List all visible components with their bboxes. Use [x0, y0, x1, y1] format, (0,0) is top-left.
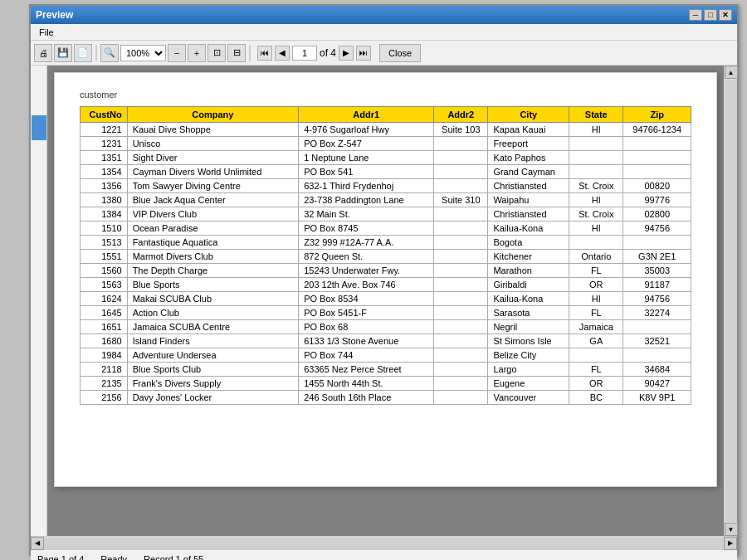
- page-info-label: Page 1 of 4: [37, 554, 84, 561]
- scroll-track[interactable]: [725, 80, 737, 522]
- table-cell: FL: [569, 363, 623, 377]
- table-row: 2118Blue Sports Club63365 Nez Perce Stre…: [81, 363, 691, 377]
- maximize-button[interactable]: □: [704, 9, 717, 21]
- table-cell: Marmot Divers Club: [127, 250, 299, 264]
- table-cell: Largo: [488, 363, 569, 377]
- header-custno: CustNo: [81, 107, 128, 123]
- last-page-button[interactable]: ⏭: [356, 46, 371, 61]
- table-cell: Kailua-Kona: [488, 292, 569, 306]
- page-scroll-area[interactable]: customer CustNo Company Addr1 Addr2 City…: [47, 66, 724, 536]
- content-area: customer CustNo Company Addr1 Addr2 City…: [31, 66, 737, 536]
- table-cell: HI: [569, 123, 623, 137]
- prev-page-button[interactable]: ◀: [275, 46, 290, 61]
- of-pages-label: of 4: [320, 47, 336, 59]
- scroll-up-button[interactable]: ▲: [725, 66, 738, 79]
- table-row: 1624Makai SCUBA ClubPO Box 8534Kailua-Ko…: [81, 292, 691, 306]
- table-cell: 1351: [81, 151, 128, 165]
- zoom-in-glass-button[interactable]: 🔍: [100, 44, 119, 62]
- table-row: 1351Sight Diver1 Neptune LaneKato Paphos: [81, 151, 691, 165]
- table-cell: OR: [569, 278, 623, 292]
- table-cell: 32521: [623, 334, 691, 348]
- table-cell: PO Box 744: [299, 348, 434, 363]
- table-cell: 1651: [81, 320, 128, 334]
- table-row: 1645Action ClubPO Box 5451-FSarasotaFL32…: [81, 306, 691, 320]
- table-cell: 1380: [81, 193, 128, 207]
- table-cell: 00820: [623, 179, 691, 193]
- minimize-button[interactable]: ─: [689, 9, 702, 21]
- scroll-left-button[interactable]: ◀: [31, 537, 44, 550]
- report-title: customer: [80, 90, 691, 100]
- customer-table: CustNo Company Addr1 Addr2 City State Zi…: [80, 106, 691, 405]
- table-cell: HI: [569, 292, 623, 306]
- record-status: Record 1 of 55: [144, 554, 203, 561]
- table-cell: 1513: [81, 236, 128, 250]
- scroll-down-button[interactable]: ▼: [725, 523, 738, 536]
- table-cell: [569, 165, 623, 179]
- fit-page-button[interactable]: ⊟: [227, 44, 246, 62]
- menu-file[interactable]: File: [34, 26, 59, 39]
- table-cell: Unisco: [127, 137, 299, 151]
- table-row: 2135Frank's Divers Supply1455 North 44th…: [81, 377, 691, 391]
- table-cell: [434, 151, 488, 165]
- first-page-button[interactable]: ⏮: [257, 46, 272, 61]
- table-cell: 63365 Nez Perce Street: [299, 363, 434, 377]
- statusbar: Page 1 of 4 Ready Record 1 of 55: [31, 549, 737, 560]
- table-cell: [434, 320, 488, 334]
- table-cell: 1356: [81, 179, 128, 193]
- table-cell: Sight Diver: [127, 151, 299, 165]
- table-cell: [623, 348, 691, 363]
- table-cell: 32274: [623, 306, 691, 320]
- table-cell: PO Box 8745: [299, 222, 434, 236]
- print-button[interactable]: 🖨: [34, 44, 52, 62]
- table-cell: Frank's Divers Supply: [127, 377, 299, 391]
- zoom-out-button[interactable]: −: [168, 44, 186, 62]
- table-row: 1651Jamaica SCUBA CentrePO Box 68NegrilJ…: [81, 320, 691, 334]
- menubar: File: [31, 24, 737, 41]
- table-cell: Makai SCUBA Club: [127, 292, 299, 306]
- table-cell: [434, 377, 488, 391]
- table-cell: [434, 222, 488, 236]
- table-cell: St. Croix: [569, 207, 623, 222]
- table-cell: [434, 391, 488, 405]
- table-cell: 246 South 16th Place: [299, 391, 434, 405]
- table-cell: [434, 278, 488, 292]
- save-button[interactable]: 💾: [54, 44, 72, 62]
- table-cell: 34684: [623, 363, 691, 377]
- table-cell: [569, 236, 623, 250]
- table-cell: 94756: [623, 292, 691, 306]
- page-number-input[interactable]: [292, 46, 317, 61]
- close-window-button[interactable]: ✕: [719, 9, 732, 21]
- table-cell: Action Club: [127, 306, 299, 320]
- fit-width-button[interactable]: ⊡: [208, 44, 226, 62]
- window-controls: ─ □ ✕: [689, 9, 732, 21]
- table-cell: Marathon: [488, 264, 569, 278]
- table-cell: [434, 292, 488, 306]
- table-cell: FL: [569, 264, 623, 278]
- table-cell: 99776: [623, 193, 691, 207]
- table-cell: Kitchener: [488, 250, 569, 264]
- copy-button[interactable]: 📄: [74, 44, 92, 62]
- window-title: Preview: [36, 9, 73, 21]
- next-page-button[interactable]: ▶: [339, 46, 354, 61]
- table-cell: PO Box 541: [299, 165, 434, 179]
- table-cell: Bogota: [488, 236, 569, 250]
- zoom-in-button[interactable]: +: [188, 44, 206, 62]
- table-cell: GA: [569, 334, 623, 348]
- close-preview-button[interactable]: Close: [379, 44, 421, 62]
- vertical-scrollbar[interactable]: ▲ ▼: [724, 66, 737, 536]
- horizontal-scrollbar[interactable]: ◀ ▶: [31, 536, 737, 549]
- hscroll-track[interactable]: [44, 538, 724, 549]
- table-cell: [434, 250, 488, 264]
- table-row: 2156Davy Jones' Locker246 South 16th Pla…: [81, 391, 691, 405]
- table-cell: [623, 151, 691, 165]
- table-cell: Davy Jones' Locker: [127, 391, 299, 405]
- toolbar: 🖨 💾 📄 🔍 50% 75% 100% 125% 150% 200% − + …: [31, 41, 737, 66]
- table-cell: The Depth Charge: [127, 264, 299, 278]
- table-cell: Ontario: [569, 250, 623, 264]
- zoom-select[interactable]: 50% 75% 100% 125% 150% 200%: [120, 45, 166, 61]
- table-cell: [434, 264, 488, 278]
- scroll-right-button[interactable]: ▶: [724, 537, 737, 550]
- table-cell: HI: [569, 193, 623, 207]
- table-cell: Giribaldi: [488, 278, 569, 292]
- table-cell: Ocean Paradise: [127, 222, 299, 236]
